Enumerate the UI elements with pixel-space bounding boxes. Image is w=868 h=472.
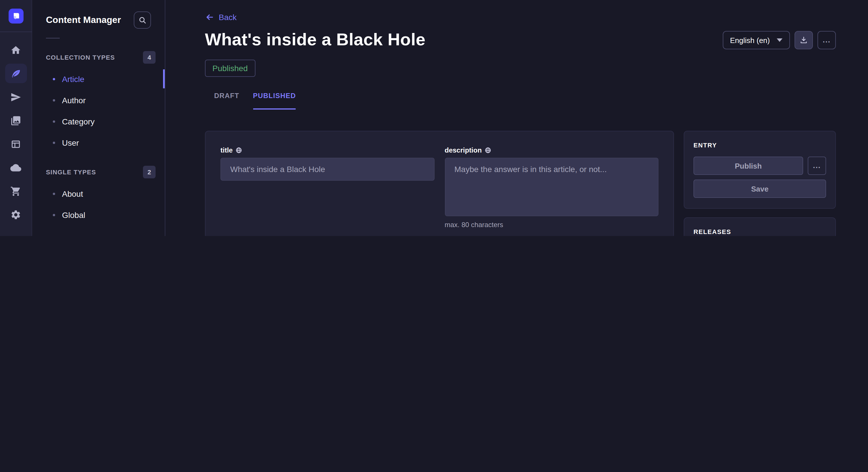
sidebar-item-global[interactable]: Global xyxy=(32,204,165,225)
bullet-icon xyxy=(53,141,55,144)
arrow-left-icon xyxy=(205,12,214,22)
home-icon[interactable] xyxy=(5,40,27,60)
sidebar-item-article[interactable]: Article xyxy=(32,68,165,90)
download-icon xyxy=(799,36,808,45)
publish-button[interactable]: Publish xyxy=(693,157,803,175)
collection-types-label: COLLECTION TYPES xyxy=(46,54,115,61)
content-manager-app: KD Content Manager COLLECTION TYPES 4 Ar… xyxy=(0,0,868,236)
content-manager-sidebar: Content Manager COLLECTION TYPES 4 Artic… xyxy=(32,0,165,236)
entry-more-button[interactable]: ... xyxy=(808,157,826,175)
main-nav-rail: KD xyxy=(0,0,32,236)
search-icon xyxy=(138,16,146,24)
bullet-icon xyxy=(53,78,55,80)
status-badge: Published xyxy=(205,60,255,77)
sidebar-item-category[interactable]: Category xyxy=(32,111,165,132)
page-title: What's inside a Black Hole xyxy=(205,30,425,49)
marketplace-cart-icon[interactable] xyxy=(5,181,27,201)
tab-draft[interactable]: DRAFT xyxy=(214,92,239,109)
save-button[interactable]: Save xyxy=(693,179,826,198)
single-types-label: SINGLE TYPES xyxy=(46,169,96,175)
locale-select[interactable]: English (en) xyxy=(722,31,790,49)
releases-panel: RELEASES Will be published in Spring Sum… xyxy=(684,217,836,236)
single-types-count-badge: 2 xyxy=(143,166,156,178)
content-manager-icon[interactable] xyxy=(5,64,27,83)
side-panels: ENTRY Publish ... Save RELEASES Will be xyxy=(684,131,836,236)
bullet-icon xyxy=(53,99,55,101)
description-hint: max. 80 characters xyxy=(445,221,658,229)
description-textarea[interactable]: Maybe the answer is in this article, or … xyxy=(445,158,658,216)
field-title: title xyxy=(220,146,434,229)
bullet-icon xyxy=(53,214,55,216)
strapi-logo-cell[interactable] xyxy=(0,0,32,32)
main-area: Back What's inside a Black Hole English … xyxy=(165,0,868,236)
single-types-section: SINGLE TYPES 2 About Global xyxy=(32,166,165,225)
sidebar-item-author[interactable]: Author xyxy=(32,90,165,111)
title-input[interactable] xyxy=(220,158,434,181)
locale-globe-icon xyxy=(485,147,491,154)
header-more-button[interactable]: ... xyxy=(817,31,836,49)
sidebar-item-user[interactable]: User xyxy=(32,132,165,153)
deploy-cloud-icon[interactable] xyxy=(5,158,27,177)
collection-types-section: COLLECTION TYPES 4 Article Author Catego… xyxy=(32,51,165,153)
media-library-icon[interactable] xyxy=(5,111,27,130)
bullet-icon xyxy=(53,120,55,123)
bullet-icon xyxy=(53,193,55,195)
sidebar-divider xyxy=(46,38,60,38)
content-type-builder-icon[interactable] xyxy=(5,134,27,154)
entry-panel-title: ENTRY xyxy=(693,142,826,148)
entry-panel: ENTRY Publish ... Save xyxy=(684,131,836,209)
field-description: description Maybe the answer is in this … xyxy=(445,146,658,229)
settings-gear-icon[interactable] xyxy=(5,205,27,224)
sidebar-title: Content Manager xyxy=(46,15,121,25)
collection-types-count-badge: 4 xyxy=(143,51,156,64)
tab-published[interactable]: PUBLISHED xyxy=(253,92,296,109)
chevron-down-icon xyxy=(777,38,782,42)
back-link[interactable]: Back xyxy=(205,12,237,22)
rail-nav xyxy=(5,40,27,224)
search-button[interactable] xyxy=(134,11,151,29)
transfer-icon[interactable] xyxy=(5,87,27,107)
export-button[interactable] xyxy=(795,31,813,49)
strapi-logo-icon xyxy=(8,8,23,23)
sidebar-item-about[interactable]: About xyxy=(32,183,165,204)
releases-panel-title: RELEASES xyxy=(693,228,826,235)
entry-form-card: title description Maybe the answer is in… xyxy=(205,131,674,236)
locale-globe-icon xyxy=(236,147,243,154)
version-tabs: DRAFT PUBLISHED xyxy=(205,92,836,109)
